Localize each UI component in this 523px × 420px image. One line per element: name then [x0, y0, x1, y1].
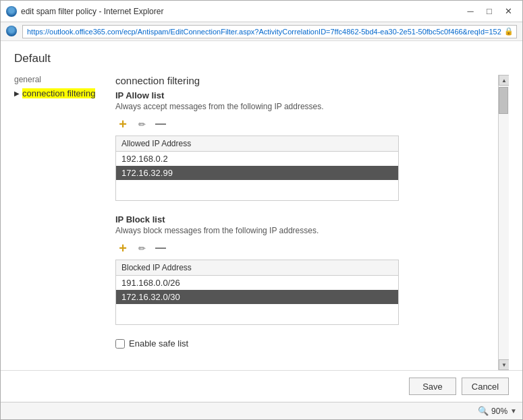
- scrollbar-track: ▲ ▼: [498, 75, 509, 370]
- safe-list-row: Enable safe list: [115, 338, 495, 349]
- footer: Save Cancel: [1, 370, 522, 402]
- nav-item-label: connection filtering: [22, 88, 95, 98]
- allow-list-desc: Always accept messages from the followin…: [115, 102, 495, 111]
- main-window: edit spam filter policy - Internet Explo…: [0, 0, 523, 420]
- ip-allow-section: IP Allow list Always accept messages fro…: [115, 90, 495, 201]
- lock-icon: 🔒: [504, 27, 514, 36]
- zoom-icon: 🔍: [478, 406, 489, 416]
- allow-row-2[interactable]: 172.16.32.99: [116, 166, 398, 180]
- app-icon: [6, 6, 17, 17]
- page-title: Default: [14, 52, 509, 65]
- main-layout: general ▶ connection filtering connectio…: [14, 75, 509, 370]
- block-list-label: IP Block list: [115, 214, 495, 224]
- section-title: connection filtering: [115, 75, 495, 86]
- window-title: edit spam filter policy - Internet Explo…: [21, 7, 462, 16]
- allow-table-header: Allowed IP Address: [116, 136, 398, 152]
- allow-edit-button[interactable]: ✏: [134, 117, 149, 131]
- close-button[interactable]: ✕: [499, 3, 517, 20]
- scroll-down-button[interactable]: ▼: [499, 359, 509, 370]
- save-button[interactable]: Save: [409, 378, 456, 395]
- address-icon: [6, 26, 18, 38]
- block-list-table: Blocked IP Address 191.168.0.0/26 172.16…: [115, 260, 399, 325]
- nav-arrow-icon: ▶: [14, 90, 20, 97]
- block-row-1[interactable]: 191.168.0.0/26: [116, 276, 398, 290]
- address-input[interactable]: https://outlook.office365.com/ecp/Antisp…: [22, 25, 517, 38]
- block-list-desc: Always block messages from the following…: [115, 226, 495, 235]
- allow-row-spacer: [116, 180, 398, 200]
- allow-remove-button[interactable]: —: [153, 117, 168, 131]
- minimize-button[interactable]: ─: [462, 3, 479, 20]
- allow-list-table: Allowed IP Address 192.168.0.2 172.16.32…: [115, 136, 399, 201]
- allow-list-label: IP Allow list: [115, 90, 495, 100]
- block-table-header: Blocked IP Address: [116, 260, 398, 276]
- block-add-button[interactable]: +: [115, 241, 130, 256]
- safe-list-checkbox[interactable]: [115, 339, 125, 349]
- ip-block-section: IP Block list Always block messages from…: [115, 214, 495, 325]
- nav-item-connection-filtering[interactable]: ▶ connection filtering: [14, 87, 109, 100]
- allow-add-button[interactable]: +: [115, 117, 130, 131]
- address-bar: https://outlook.office365.com/ecp/Antisp…: [1, 22, 522, 41]
- block-row-2[interactable]: 172.16.32.0/30: [116, 290, 398, 304]
- allow-list-toolbar: + ✏ —: [115, 117, 495, 131]
- form-area: connection filtering IP Allow list Alway…: [115, 75, 498, 370]
- content-area: Default general ▶ connection filtering c…: [1, 41, 522, 402]
- zoom-level: 90%: [491, 407, 507, 416]
- scroll-up-button[interactable]: ▲: [499, 75, 509, 86]
- page-body: Default general ▶ connection filtering c…: [1, 41, 522, 370]
- zoom-dropdown[interactable]: ▼: [510, 407, 517, 415]
- nav-group-label: general: [14, 75, 109, 84]
- scrollbar-thumb-area: [499, 86, 509, 359]
- left-nav: general ▶ connection filtering: [14, 75, 115, 370]
- restore-button[interactable]: □: [480, 3, 498, 20]
- cancel-button[interactable]: Cancel: [462, 378, 509, 395]
- block-list-toolbar: + ✏ —: [115, 241, 495, 256]
- block-edit-button[interactable]: ✏: [134, 241, 149, 256]
- window-controls: ─ □ ✕: [462, 3, 517, 20]
- safe-list-label[interactable]: Enable safe list: [129, 338, 188, 349]
- allow-table-body: 192.168.0.2 172.16.32.99: [116, 152, 398, 200]
- title-bar: edit spam filter policy - Internet Explo…: [1, 1, 522, 22]
- allow-row-1[interactable]: 192.168.0.2: [116, 152, 398, 166]
- status-bar: 🔍 90% ▼: [1, 402, 522, 419]
- block-row-spacer: [116, 304, 398, 324]
- right-content: connection filtering IP Allow list Alway…: [115, 75, 509, 370]
- block-remove-button[interactable]: —: [153, 241, 168, 256]
- block-table-body: 191.168.0.0/26 172.16.32.0/30: [116, 276, 398, 324]
- scrollbar-thumb[interactable]: [499, 87, 508, 114]
